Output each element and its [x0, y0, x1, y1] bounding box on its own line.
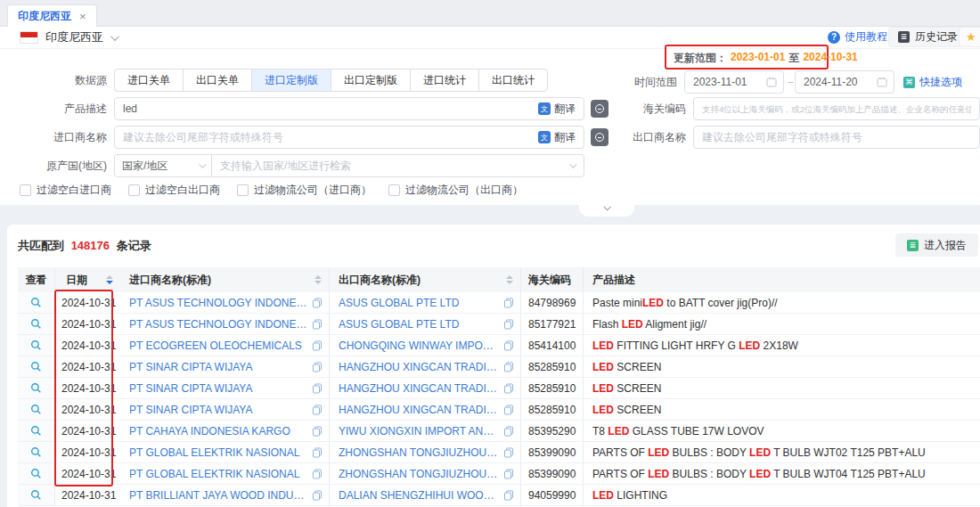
copy-icon[interactable]: [312, 447, 323, 458]
exporter-link[interactable]: CHONGQING WINWAY IMPORT AND E...: [339, 339, 499, 352]
filter-checkbox[interactable]: 过滤物流公司（进口商）: [237, 183, 372, 198]
exporter-link[interactable]: ASUS GLOBAL PTE LTD: [339, 297, 499, 309]
origin-search-field[interactable]: [211, 154, 584, 177]
hscode-cell: 85285910: [521, 399, 584, 420]
datasource-tab[interactable]: 进口定制版: [251, 69, 331, 92]
importer-link[interactable]: PT SINAR CIPTA WIJAYA: [129, 404, 307, 416]
history-button[interactable]: ≣ 历史记录: [888, 27, 968, 47]
tab-close-icon[interactable]: ×: [79, 10, 86, 23]
checkbox-icon[interactable]: [128, 184, 140, 196]
copy-icon[interactable]: [503, 447, 514, 458]
header-importer[interactable]: 进口商名称(标准): [120, 267, 330, 292]
product-field[interactable]: 文 翻译: [114, 97, 584, 120]
origin-type-select[interactable]: 国家/地区: [114, 154, 212, 177]
exporter-link[interactable]: ZHONGSHAN TONGJIUZHOU INTERNA...: [339, 446, 499, 459]
importer-link[interactable]: PT ECOGREEN OLEOCHEMICALS: [129, 339, 307, 352]
filter-checkbox[interactable]: 过滤空白出口商: [128, 183, 220, 198]
copy-icon[interactable]: [503, 405, 514, 415]
magnifier-icon[interactable]: [30, 297, 42, 308]
copy-icon[interactable]: [503, 340, 514, 351]
magnifier-icon[interactable]: [30, 489, 42, 501]
exporter-link[interactable]: HANGZHOU XINGCAN TRADING CO LTD: [339, 361, 499, 373]
importer-link[interactable]: PT BRILLIANT JAYA WOOD INDUSTRY: [129, 489, 307, 502]
magnifier-icon[interactable]: [30, 361, 42, 372]
exporter-link[interactable]: YIWU XIONGXIN IMPORT AND EXPORT...: [339, 425, 499, 437]
importer-link[interactable]: PT SINAR CIPTA WIJAYA: [129, 361, 307, 373]
enter-report-button[interactable]: ≣ 进入报告: [895, 233, 978, 257]
tab-indonesia[interactable]: 印度尼西亚 ×: [7, 4, 97, 28]
filter-checkbox[interactable]: 过滤空白进口商: [20, 183, 111, 198]
datasource-tab[interactable]: 进口关单: [114, 69, 184, 92]
magnifier-icon[interactable]: [30, 446, 42, 458]
sort-icon[interactable]: [314, 275, 322, 284]
exact-match-toggle[interactable]: [591, 100, 608, 118]
date-to-field[interactable]: [795, 70, 894, 94]
importer-link[interactable]: PT ASUS TECHNOLOGY INDONESIA BA...: [129, 297, 307, 309]
header-exporter[interactable]: 出口商名称(标准): [330, 267, 521, 292]
exact-match-toggle[interactable]: [591, 128, 608, 146]
copy-icon[interactable]: [312, 469, 323, 479]
importer-link[interactable]: PT GLOBAL ELEKTRIK NASIONAL: [129, 446, 307, 459]
translate-button[interactable]: 文 翻译: [535, 130, 584, 145]
checkbox-icon[interactable]: [388, 184, 400, 196]
datasource-tab[interactable]: 出口统计: [478, 69, 548, 92]
copy-icon[interactable]: [503, 319, 514, 330]
importer-link[interactable]: PT ASUS TECHNOLOGY INDONESIA BA...: [129, 318, 307, 331]
exporter-field[interactable]: [693, 126, 980, 149]
sort-icon[interactable]: [106, 275, 113, 284]
datasource-tab[interactable]: 出口关单: [183, 69, 252, 92]
importer-link[interactable]: PT SINAR CIPTA WIJAYA: [129, 382, 307, 395]
checkbox-icon[interactable]: [237, 184, 249, 196]
importer-link[interactable]: PT GLOBAL ELEKTRIK NASIONAL: [129, 468, 307, 480]
copy-icon[interactable]: [312, 298, 323, 308]
premium-button[interactable]: ★: [959, 27, 980, 47]
translate-button[interactable]: 文 翻译: [535, 102, 584, 117]
magnifier-icon[interactable]: [30, 382, 42, 394]
origin-search-input[interactable]: [212, 156, 569, 176]
exporter-link[interactable]: HANGZHOU XINGCAN TRADING CO LTD: [339, 404, 499, 416]
copy-icon[interactable]: [503, 490, 514, 501]
date-from-input[interactable]: [685, 72, 766, 92]
importer-link[interactable]: PT CAHAYA INDONESIA KARGO: [129, 425, 307, 437]
date-from-field[interactable]: [684, 70, 784, 94]
exporter-input[interactable]: [694, 127, 979, 147]
magnifier-icon[interactable]: [30, 468, 42, 479]
collapse-form-button[interactable]: [579, 205, 634, 217]
exporter-link[interactable]: ZHONGSHAN TONGJIUZHOU INTERNA...: [339, 468, 499, 480]
copy-icon[interactable]: [503, 298, 514, 308]
date-to-input[interactable]: [796, 72, 877, 92]
sort-icon[interactable]: [506, 275, 513, 284]
hscode-input[interactable]: [694, 99, 979, 119]
importer-field[interactable]: 文 翻译: [114, 126, 584, 149]
quick-options-button[interactable]: ⌘ 快捷选项: [903, 70, 962, 94]
datasource-tab[interactable]: 进口统计: [410, 69, 479, 92]
header-date[interactable]: 日期: [55, 267, 120, 292]
importer-input[interactable]: [115, 127, 535, 147]
exporter-link[interactable]: HANGZHOU XINGCAN TRADING CO LTD: [339, 382, 499, 395]
copy-icon[interactable]: [312, 383, 323, 394]
collapse-strip: [0, 205, 980, 225]
copy-icon[interactable]: [503, 362, 514, 372]
copy-icon[interactable]: [503, 383, 514, 394]
filter-checkbox[interactable]: 过滤物流公司（出口商）: [388, 183, 523, 198]
copy-icon[interactable]: [312, 362, 323, 372]
magnifier-icon[interactable]: [30, 339, 42, 351]
country-selector[interactable]: 印度尼西亚: [20, 29, 117, 45]
copy-icon[interactable]: [312, 405, 323, 415]
copy-icon[interactable]: [312, 340, 323, 351]
magnifier-icon[interactable]: [30, 425, 42, 437]
datasource-tab[interactable]: 出口定制版: [331, 69, 411, 92]
copy-icon[interactable]: [503, 426, 514, 437]
copy-icon[interactable]: [312, 319, 323, 330]
hscode-field[interactable]: [693, 97, 980, 120]
exporter-link[interactable]: ASUS GLOBAL PTE LTD: [339, 318, 499, 331]
exporter-link[interactable]: DALIAN SHENGZHIHUI WOOD INDUST...: [339, 489, 499, 502]
product-input[interactable]: [115, 99, 535, 119]
checkbox-icon[interactable]: [20, 184, 31, 196]
copy-icon[interactable]: [503, 469, 514, 479]
magnifier-icon[interactable]: [30, 404, 42, 415]
tutorial-button[interactable]: ? 使用教程: [828, 29, 887, 45]
copy-icon[interactable]: [312, 490, 323, 501]
copy-icon[interactable]: [312, 426, 323, 437]
magnifier-icon[interactable]: [30, 318, 42, 330]
